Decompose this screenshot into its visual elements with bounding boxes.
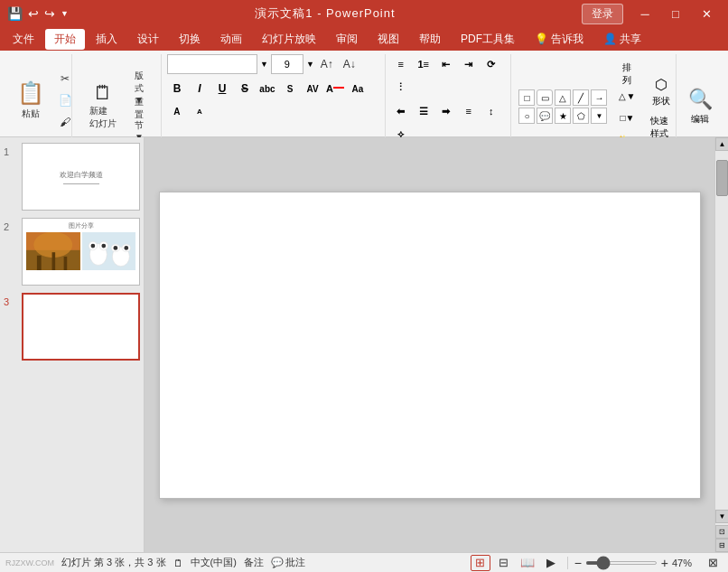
justify-button[interactable]: ≡ [459, 101, 479, 121]
columns-button[interactable]: ⋮ [391, 77, 411, 97]
zoom-out-button[interactable]: − [574, 556, 582, 570]
slide-canvas[interactable] [159, 192, 701, 499]
menu-insert[interactable]: 插入 [87, 29, 126, 50]
menu-tell-me[interactable]: 💡告诉我 [526, 29, 593, 50]
comments-button[interactable]: 💬批注 [271, 556, 305, 569]
increase-indent-button[interactable]: ⇥ [459, 54, 479, 74]
bold-button[interactable]: B [167, 79, 187, 98]
menu-animation[interactable]: 动画 [211, 29, 251, 50]
notes-button[interactable]: 备注 [244, 556, 264, 569]
language-indicator[interactable]: 中文(中国) [191, 556, 237, 569]
menu-view[interactable]: 视图 [369, 29, 408, 50]
font-name-expand-icon[interactable]: ▼ [260, 60, 268, 69]
scroll-up-button[interactable]: ▲ [715, 137, 728, 151]
charspacing-button[interactable]: AV [303, 79, 322, 98]
slide-thumbnail-2[interactable]: 图片分享 [22, 218, 140, 286]
decrease-font-button[interactable]: A↓ [340, 54, 359, 74]
slide-number-1: 1 [4, 143, 16, 157]
menu-bar: 文件 开始 插入 设计 切换 动画 幻灯片放映 审阅 视图 帮助 PDF工具集 … [0, 27, 728, 51]
slide-thumbnail-3[interactable] [22, 293, 140, 361]
close-button[interactable]: ✕ [692, 4, 721, 23]
menu-share[interactable]: 👤共享 [594, 29, 650, 50]
slideshow-view-button[interactable]: ▶ [541, 555, 561, 571]
numbered-list-button[interactable]: 1≡ [414, 54, 434, 74]
font-size-input[interactable] [271, 54, 303, 74]
textshadow-button[interactable]: S [280, 79, 300, 98]
normal-view-button[interactable]: ⊞ [471, 555, 490, 571]
strikethrough-button[interactable]: S [235, 79, 255, 98]
zoom-in-button[interactable]: + [661, 556, 668, 570]
menu-file[interactable]: 文件 [4, 29, 43, 50]
line-spacing-button[interactable]: ↕ [481, 101, 501, 121]
shape-outline-button[interactable]: □▼ [612, 108, 641, 127]
edit-button[interactable]: 🔍 编辑 [678, 82, 722, 131]
login-button[interactable]: 登录 [582, 4, 623, 24]
layout-button[interactable]: 版式 ▼ [131, 77, 155, 97]
fontsize2-button[interactable]: A [167, 101, 187, 121]
decrease-indent-button[interactable]: ⇤ [436, 54, 456, 74]
shape-star[interactable]: ★ [555, 108, 571, 124]
menu-slideshow[interactable]: 幻灯片放映 [253, 29, 325, 50]
zoom-percentage[interactable]: 47% [672, 558, 699, 568]
align-left-button[interactable]: ⬅ [391, 101, 411, 121]
new-slide-button[interactable]: 🗒 新建幻灯片 [78, 80, 128, 134]
new-slide-label: 新建幻灯片 [89, 105, 117, 130]
status-bar: RJZXW.COM 幻灯片 第 3 张，共 3 张 🗒 中文(中国) 备注 💬批… [0, 552, 728, 572]
menu-design[interactable]: 设计 [128, 29, 168, 50]
fit-width-button[interactable]: ⊟ [715, 539, 728, 552]
minimize-button[interactable]: ─ [630, 4, 659, 23]
slide-number-2: 2 [4, 218, 16, 232]
slide-thumbnail-1[interactable]: 欢迎白学频道 [22, 143, 140, 211]
svg-point-17 [113, 246, 117, 250]
slide-info: 幻灯片 第 3 张，共 3 张 [61, 556, 166, 569]
fit-slide-button[interactable]: ⊠ [703, 555, 723, 571]
comments-icon: 💬 [271, 557, 284, 568]
menu-start[interactable]: 开始 [45, 29, 85, 50]
menu-help[interactable]: 帮助 [410, 29, 450, 50]
shape-oval[interactable]: ○ [518, 108, 535, 124]
scroll-down-button[interactable]: ▼ [715, 510, 728, 523]
direction-button[interactable]: ⟳ [481, 54, 501, 74]
menu-pdf[interactable]: PDF工具集 [452, 29, 524, 50]
fontsize3-button[interactable]: A [190, 101, 210, 121]
slide-sorter-button[interactable]: ⊟ [494, 555, 514, 571]
slide-number-3: 3 [4, 293, 16, 307]
reset-slide-button[interactable]: 重置 [131, 98, 155, 118]
save-icon[interactable]: 💾 [7, 6, 23, 21]
font-size-expand-icon[interactable]: ▼ [306, 60, 314, 69]
shapes-button[interactable]: ⬡ 形状 [645, 72, 677, 111]
arrange-button[interactable]: 排列 [612, 64, 641, 84]
undo-icon[interactable]: ↩ [28, 6, 39, 21]
increase-font-button[interactable]: A↑ [317, 54, 337, 74]
shape-rect[interactable]: □ [518, 89, 535, 106]
texteffect-button[interactable]: abc [257, 79, 277, 98]
redo-icon[interactable]: ↪ [44, 6, 55, 21]
font-name-input[interactable] [167, 54, 257, 74]
shape-rounded-rect[interactable]: ▭ [537, 89, 553, 106]
uppercase-button[interactable]: Aa [348, 79, 368, 98]
align-right-button[interactable]: ➡ [436, 101, 456, 121]
fontcolor-button[interactable]: A [325, 79, 345, 98]
align-center-button[interactable]: ☰ [414, 101, 434, 121]
scroll-thumb[interactable] [716, 160, 728, 196]
shape-fill-button[interactable]: △▼ [612, 86, 641, 106]
slide1-title: 欢迎白学频道 [60, 170, 103, 180]
svg-rect-5 [64, 257, 68, 270]
shape-line[interactable]: ╱ [573, 89, 589, 106]
underline-button[interactable]: U [212, 79, 232, 98]
shape-more[interactable]: ▼ [591, 108, 607, 124]
menu-transition[interactable]: 切换 [170, 29, 210, 50]
shape-isoceles[interactable]: △ [555, 89, 571, 106]
italic-button[interactable]: I [190, 79, 210, 98]
shape-pentagon[interactable]: ⬠ [573, 108, 589, 124]
customize-icon[interactable]: ▼ [61, 9, 69, 18]
bullet-list-button[interactable]: ≡ [391, 54, 411, 74]
maximize-button[interactable]: □ [661, 4, 690, 23]
paste-button[interactable]: 📋 粘贴 [9, 75, 52, 126]
fit-page-button[interactable]: ⊡ [715, 525, 728, 539]
zoom-slider[interactable] [585, 561, 658, 565]
shape-callout[interactable]: 💬 [537, 108, 553, 124]
menu-review[interactable]: 审阅 [327, 29, 367, 50]
shape-arrow[interactable]: → [591, 89, 607, 106]
reading-view-button[interactable]: 📖 [518, 555, 537, 571]
